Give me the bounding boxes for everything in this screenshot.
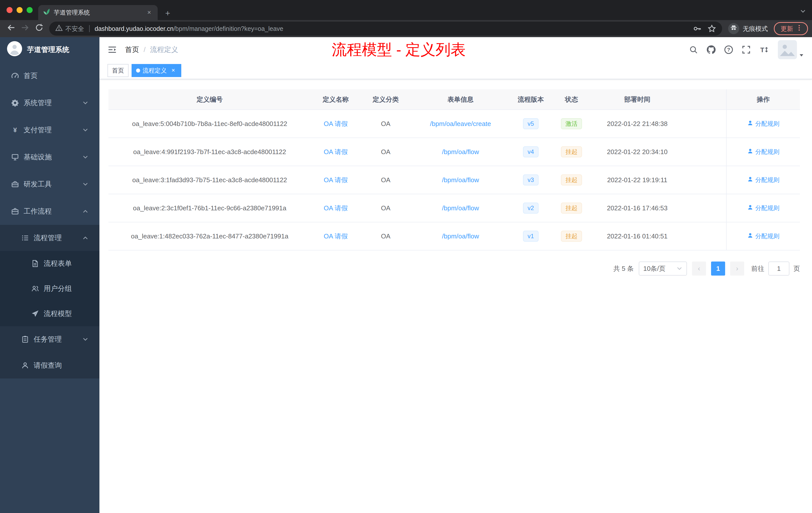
form-info-cell: /bpm/oa/flow <box>411 222 510 250</box>
minimize-window-button[interactable] <box>17 7 23 13</box>
fullscreen-icon[interactable] <box>740 43 753 56</box>
definition-name-link[interactable]: OA 请假 <box>324 176 348 184</box>
tab-close-icon[interactable]: × <box>145 8 153 17</box>
assign-rule-link[interactable]: 分配规则 <box>747 148 779 156</box>
forward-button[interactable] <box>18 22 32 36</box>
not-secure-warning-icon <box>55 24 63 33</box>
sidebar-item-1[interactable]: 系统管理 <box>0 89 99 117</box>
definition-name-link[interactable]: OA 请假 <box>324 119 348 128</box>
row-filler <box>683 222 726 250</box>
sidebar-item-5[interactable]: 工作流程 <box>0 198 99 225</box>
not-secure-label[interactable]: 不安全 <box>65 25 84 33</box>
sidebar-item-8[interactable]: 用户分组 <box>0 276 99 301</box>
row-filler <box>683 166 726 194</box>
next-page-button[interactable]: › <box>730 262 744 276</box>
user-fill-icon <box>747 120 753 127</box>
assign-rule-link[interactable]: 分配规则 <box>747 232 779 240</box>
browser-tab[interactable]: 芋道管理系统 × <box>38 5 158 20</box>
assign-rule-label: 分配规则 <box>755 120 779 128</box>
form-link[interactable]: /bpm/oa/flow <box>442 233 479 240</box>
assign-rule-link[interactable]: 分配规则 <box>747 204 779 212</box>
row-filler <box>683 138 726 165</box>
close-window-button[interactable] <box>6 7 12 13</box>
back-button[interactable] <box>4 22 18 36</box>
avatar[interactable] <box>778 40 797 59</box>
tag-0[interactable]: 首页 <box>108 64 128 77</box>
sidebar-item-3[interactable]: 基础设施 <box>0 144 99 171</box>
column-header: 定义名称 <box>311 89 360 110</box>
deploy-time: 2022-01-22 21:48:38 <box>591 110 683 138</box>
avatar-caret-down-icon <box>799 53 804 58</box>
sidebar-item-9[interactable]: 流程模型 <box>0 301 99 326</box>
form-link[interactable]: /bpm/oa/flow <box>442 148 479 156</box>
sidebar-item-4[interactable]: 研发工具 <box>0 171 99 198</box>
site-favicon-leaf-icon <box>43 8 50 17</box>
reload-button[interactable] <box>32 22 46 36</box>
chevron-up-icon <box>82 208 88 214</box>
font-size-icon[interactable]: T <box>757 43 770 56</box>
user-fill-icon <box>747 233 753 240</box>
table-row: oa_leave:2:3c1f0ef1-76b1-11ec-9c66-a2380… <box>109 194 800 222</box>
password-key-icon[interactable] <box>693 24 701 33</box>
prev-page-button[interactable]: ‹ <box>692 262 706 276</box>
form-link[interactable]: /bpm/oa/leave/create <box>430 120 491 128</box>
document-icon <box>31 260 39 268</box>
operation-cell: 分配规则 <box>726 110 800 138</box>
user-fill-icon <box>747 204 753 212</box>
sidebar-item-label: 流程管理 <box>34 233 62 243</box>
deploy-time: 2022-01-16 01:40:51 <box>591 222 683 250</box>
breadcrumb-home[interactable]: 首页 <box>125 45 139 55</box>
status-badge: 挂起 <box>561 203 582 214</box>
form-link[interactable]: /bpm/oa/flow <box>442 204 479 212</box>
help-icon[interactable]: ? <box>722 43 735 56</box>
definition-name-link[interactable]: OA 请假 <box>324 148 348 156</box>
tag-close-icon[interactable]: × <box>170 67 177 74</box>
bookmark-star-icon[interactable] <box>707 24 716 33</box>
sidebar-item-11[interactable]: 请假查询 <box>0 352 99 379</box>
definition-category: OA <box>360 166 411 194</box>
page-number-button[interactable]: 1 <box>711 262 725 276</box>
browser-menu-dots-icon[interactable] <box>796 24 803 33</box>
sidebar-item-label: 系统管理 <box>24 98 52 108</box>
sidebar: 芋道管理系统 首页系统管理¥支付管理基础设施研发工具工作流程流程管理流程表单用户… <box>0 37 99 513</box>
definition-name-cell: OA 请假 <box>311 166 360 194</box>
assign-rule-link[interactable]: 分配规则 <box>747 176 779 184</box>
deploy-time: 2022-01-22 20:34:10 <box>591 138 683 165</box>
table-header-row: 定义编号定义名称定义分类表单信息流程版本状态部署时间操作 <box>109 89 800 110</box>
definition-name-link[interactable]: OA 请假 <box>324 204 348 213</box>
sidebar-item-7[interactable]: 流程表单 <box>0 251 99 276</box>
version-cell: v2 <box>510 194 551 222</box>
search-icon[interactable] <box>687 43 700 56</box>
chevron-down-icon <box>82 100 88 106</box>
user-avatar-menu[interactable] <box>778 40 804 59</box>
page-size-select[interactable]: 10条/页 <box>639 262 687 276</box>
svg-text:¥: ¥ <box>13 126 17 134</box>
column-header: 流程版本 <box>510 89 551 110</box>
window-controls[interactable] <box>6 7 33 13</box>
deploy-time: 2022-01-22 19:19:11 <box>591 166 683 194</box>
zoom-window-button[interactable] <box>27 7 33 13</box>
status-cell: 挂起 <box>551 138 591 165</box>
address-bar[interactable]: 不安全 dashboard.yudao.iocoder.cn /bpm/mana… <box>49 22 722 36</box>
column-header: 定义编号 <box>109 89 311 110</box>
tag-1[interactable]: 流程定义× <box>132 64 181 77</box>
svg-text:?: ? <box>727 47 730 53</box>
assign-rule-label: 分配规则 <box>755 148 779 156</box>
form-link[interactable]: /bpm/oa/flow <box>442 176 479 184</box>
sidebar-item-2[interactable]: ¥支付管理 <box>0 117 99 144</box>
goto-page-input[interactable] <box>768 262 789 276</box>
paper-plane-icon <box>31 310 39 318</box>
new-tab-button[interactable]: + <box>162 7 174 19</box>
sidebar-item-10[interactable]: 任务管理 <box>0 326 99 352</box>
chrome-update-button[interactable]: 更新 <box>774 22 808 35</box>
sidebar-item-6[interactable]: 流程管理 <box>0 225 99 251</box>
update-label: 更新 <box>781 25 793 33</box>
assign-rule-link[interactable]: 分配规则 <box>747 120 779 128</box>
table-row: oa_leave:5:004b710b-7b8a-11ec-8ef0-acde4… <box>109 110 800 138</box>
sidebar-toggle-button[interactable] <box>108 45 117 55</box>
definition-name-link[interactable]: OA 请假 <box>324 232 348 241</box>
tab-search-chevron-icon[interactable] <box>800 7 806 16</box>
app-logo-row[interactable]: 芋道管理系统 <box>0 37 99 62</box>
sidebar-item-0[interactable]: 首页 <box>0 62 99 89</box>
github-icon[interactable] <box>704 43 718 56</box>
